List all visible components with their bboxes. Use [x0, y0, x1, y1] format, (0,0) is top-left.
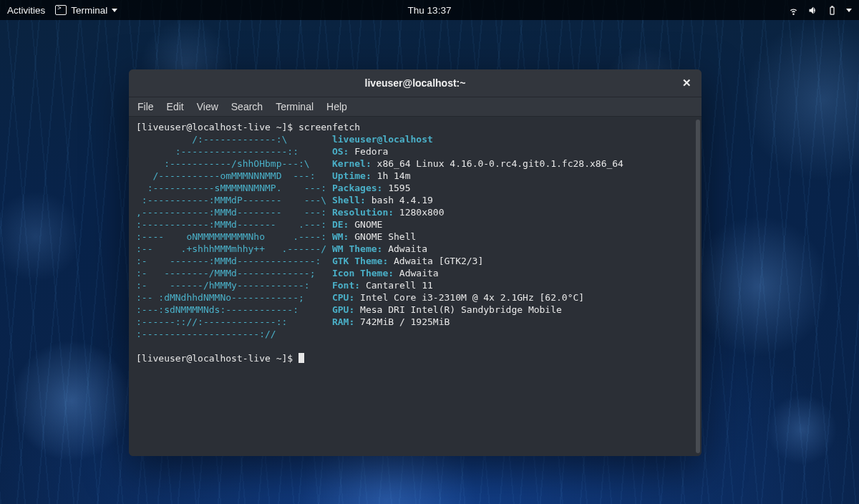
menu-terminal[interactable]: Terminal: [276, 101, 314, 112]
window-close-button[interactable]: ✕: [679, 75, 694, 91]
scrollbar[interactable]: [696, 120, 700, 453]
window-title: liveuser@localhost:~: [365, 77, 466, 89]
menu-file[interactable]: File: [137, 101, 154, 112]
gnome-top-bar: Activities Terminal Thu 13:37: [0, 0, 859, 20]
terminal-window: liveuser@localhost:~ ✕ File Edit View Se…: [129, 69, 702, 456]
app-menu-button[interactable]: Terminal: [55, 5, 117, 16]
menu-view[interactable]: View: [197, 101, 218, 112]
volume-icon: [807, 5, 818, 16]
app-menu-label: Terminal: [71, 5, 107, 16]
window-titlebar[interactable]: liveuser@localhost:~ ✕: [129, 69, 702, 97]
terminal-viewport[interactable]: [liveuser@localhost-live ~]$ screenfetch…: [129, 117, 702, 456]
terminal-icon: [55, 5, 67, 15]
menu-help[interactable]: Help: [326, 101, 347, 112]
chevron-down-icon: [846, 9, 852, 12]
menubar: File Edit View Search Terminal Help: [129, 97, 702, 117]
menu-search[interactable]: Search: [231, 101, 263, 112]
battery-icon: [827, 5, 838, 16]
network-wifi-icon: [788, 5, 799, 16]
terminal-output: [liveuser@localhost-live ~]$ screenfetch…: [129, 117, 702, 369]
chevron-down-icon: [112, 9, 117, 12]
clock[interactable]: Thu 13:37: [408, 5, 452, 16]
activities-button[interactable]: Activities: [7, 5, 45, 16]
menu-edit[interactable]: Edit: [167, 101, 184, 112]
system-status-area[interactable]: [788, 5, 852, 16]
close-icon: ✕: [682, 77, 691, 89]
